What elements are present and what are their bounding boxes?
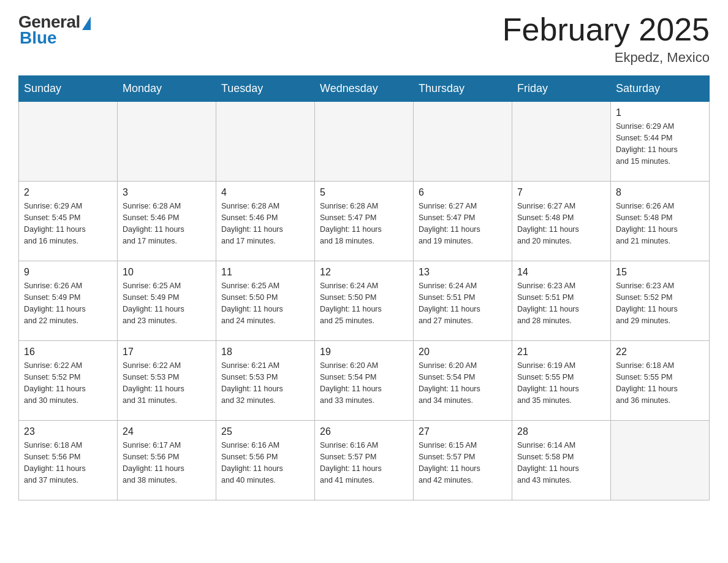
- logo: General Blue: [18, 12, 91, 48]
- day-number: 23: [24, 424, 112, 439]
- day-number: 17: [123, 345, 211, 359]
- table-row: 3Sunrise: 6:28 AMSunset: 5:46 PMDaylight…: [118, 182, 216, 261]
- col-friday: Friday: [512, 76, 611, 102]
- day-number: 7: [517, 185, 605, 199]
- day-number: 2: [24, 185, 112, 199]
- table-row: 5Sunrise: 6:28 AMSunset: 5:47 PMDaylight…: [315, 182, 414, 261]
- table-row: 15Sunrise: 6:23 AMSunset: 5:52 PMDayligh…: [611, 261, 710, 341]
- col-tuesday: Tuesday: [216, 76, 315, 102]
- col-saturday: Saturday: [611, 76, 710, 102]
- table-row: 8Sunrise: 6:26 AMSunset: 5:48 PMDaylight…: [611, 182, 710, 261]
- table-row: 22Sunrise: 6:18 AMSunset: 5:55 PMDayligh…: [611, 341, 710, 421]
- location-subtitle: Ekpedz, Mexico: [502, 50, 710, 66]
- table-row: 26Sunrise: 6:16 AMSunset: 5:57 PMDayligh…: [315, 421, 414, 500]
- table-row: [216, 102, 315, 182]
- day-info: Sunrise: 6:16 AMSunset: 5:57 PMDaylight:…: [320, 440, 408, 486]
- table-row: [512, 102, 611, 182]
- table-row: 23Sunrise: 6:18 AMSunset: 5:56 PMDayligh…: [19, 421, 118, 500]
- table-row: [414, 102, 512, 182]
- day-info: Sunrise: 6:27 AMSunset: 5:47 PMDaylight:…: [419, 201, 507, 247]
- day-info: Sunrise: 6:15 AMSunset: 5:57 PMDaylight:…: [419, 440, 507, 486]
- calendar-week-row: 2Sunrise: 6:29 AMSunset: 5:45 PMDaylight…: [19, 182, 710, 261]
- day-number: 3: [123, 185, 211, 199]
- day-info: Sunrise: 6:21 AMSunset: 5:53 PMDaylight:…: [221, 360, 309, 406]
- calendar-week-row: 1Sunrise: 6:29 AMSunset: 5:44 PMDaylight…: [19, 102, 710, 182]
- table-row: 1Sunrise: 6:29 AMSunset: 5:44 PMDaylight…: [611, 102, 710, 182]
- day-info: Sunrise: 6:28 AMSunset: 5:46 PMDaylight:…: [123, 201, 211, 247]
- day-number: 11: [221, 265, 309, 279]
- day-info: Sunrise: 6:25 AMSunset: 5:50 PMDaylight:…: [221, 280, 309, 326]
- day-number: 12: [320, 265, 408, 279]
- day-number: 4: [221, 185, 309, 199]
- table-row: 4Sunrise: 6:28 AMSunset: 5:46 PMDaylight…: [216, 182, 315, 261]
- day-info: Sunrise: 6:17 AMSunset: 5:56 PMDaylight:…: [123, 440, 211, 486]
- day-number: 13: [419, 265, 507, 279]
- day-number: 5: [320, 185, 408, 199]
- day-info: Sunrise: 6:24 AMSunset: 5:50 PMDaylight:…: [320, 280, 408, 326]
- day-info: Sunrise: 6:19 AMSunset: 5:55 PMDaylight:…: [517, 360, 605, 406]
- table-row: 6Sunrise: 6:27 AMSunset: 5:47 PMDaylight…: [414, 182, 512, 261]
- logo-blue-text: Blue: [18, 28, 57, 48]
- table-row: [611, 421, 710, 500]
- day-info: Sunrise: 6:27 AMSunset: 5:48 PMDaylight:…: [517, 201, 605, 247]
- calendar-table: Sunday Monday Tuesday Wednesday Thursday…: [18, 75, 710, 500]
- table-row: 21Sunrise: 6:19 AMSunset: 5:55 PMDayligh…: [512, 341, 611, 421]
- table-row: 13Sunrise: 6:24 AMSunset: 5:51 PMDayligh…: [414, 261, 512, 341]
- day-number: 8: [616, 185, 704, 199]
- day-number: 16: [24, 345, 112, 359]
- calendar-week-row: 16Sunrise: 6:22 AMSunset: 5:52 PMDayligh…: [19, 341, 710, 421]
- col-thursday: Thursday: [414, 76, 512, 102]
- day-info: Sunrise: 6:23 AMSunset: 5:51 PMDaylight:…: [517, 280, 605, 326]
- day-info: Sunrise: 6:23 AMSunset: 5:52 PMDaylight:…: [616, 280, 704, 326]
- day-info: Sunrise: 6:18 AMSunset: 5:56 PMDaylight:…: [24, 440, 112, 486]
- logo-triangle-icon: [82, 17, 91, 30]
- table-row: 12Sunrise: 6:24 AMSunset: 5:50 PMDayligh…: [315, 261, 414, 341]
- day-info: Sunrise: 6:16 AMSunset: 5:56 PMDaylight:…: [221, 440, 309, 486]
- table-row: [19, 102, 118, 182]
- table-row: 14Sunrise: 6:23 AMSunset: 5:51 PMDayligh…: [512, 261, 611, 341]
- day-number: 26: [320, 424, 408, 439]
- day-number: 20: [419, 345, 507, 359]
- day-info: Sunrise: 6:18 AMSunset: 5:55 PMDaylight:…: [616, 360, 704, 406]
- day-number: 28: [517, 424, 605, 439]
- title-section: February 2025 Ekpedz, Mexico: [502, 12, 710, 66]
- day-number: 18: [221, 345, 309, 359]
- day-number: 21: [517, 345, 605, 359]
- table-row: 28Sunrise: 6:14 AMSunset: 5:58 PMDayligh…: [512, 421, 611, 500]
- day-number: 24: [123, 424, 211, 439]
- calendar-week-row: 9Sunrise: 6:26 AMSunset: 5:49 PMDaylight…: [19, 261, 710, 341]
- table-row: 16Sunrise: 6:22 AMSunset: 5:52 PMDayligh…: [19, 341, 118, 421]
- day-info: Sunrise: 6:25 AMSunset: 5:49 PMDaylight:…: [123, 280, 211, 326]
- day-info: Sunrise: 6:14 AMSunset: 5:58 PMDaylight:…: [517, 440, 605, 486]
- table-row: 9Sunrise: 6:26 AMSunset: 5:49 PMDaylight…: [19, 261, 118, 341]
- day-number: 1: [616, 105, 704, 120]
- table-row: 7Sunrise: 6:27 AMSunset: 5:48 PMDaylight…: [512, 182, 611, 261]
- day-number: 27: [419, 424, 507, 439]
- table-row: 20Sunrise: 6:20 AMSunset: 5:54 PMDayligh…: [414, 341, 512, 421]
- calendar-header-row: Sunday Monday Tuesday Wednesday Thursday…: [19, 76, 710, 102]
- table-row: 17Sunrise: 6:22 AMSunset: 5:53 PMDayligh…: [118, 341, 216, 421]
- day-number: 19: [320, 345, 408, 359]
- col-sunday: Sunday: [19, 76, 118, 102]
- table-row: 19Sunrise: 6:20 AMSunset: 5:54 PMDayligh…: [315, 341, 414, 421]
- table-row: 24Sunrise: 6:17 AMSunset: 5:56 PMDayligh…: [118, 421, 216, 500]
- table-row: [315, 102, 414, 182]
- day-info: Sunrise: 6:20 AMSunset: 5:54 PMDaylight:…: [320, 360, 408, 406]
- table-row: 11Sunrise: 6:25 AMSunset: 5:50 PMDayligh…: [216, 261, 315, 341]
- day-info: Sunrise: 6:29 AMSunset: 5:45 PMDaylight:…: [24, 201, 112, 247]
- day-number: 14: [517, 265, 605, 279]
- page-header: General Blue February 2025 Ekpedz, Mexic…: [18, 12, 710, 66]
- table-row: 27Sunrise: 6:15 AMSunset: 5:57 PMDayligh…: [414, 421, 512, 500]
- day-number: 9: [24, 265, 112, 279]
- col-wednesday: Wednesday: [315, 76, 414, 102]
- day-number: 6: [419, 185, 507, 199]
- day-info: Sunrise: 6:20 AMSunset: 5:54 PMDaylight:…: [419, 360, 507, 406]
- month-title: February 2025: [502, 12, 710, 47]
- day-info: Sunrise: 6:28 AMSunset: 5:47 PMDaylight:…: [320, 201, 408, 247]
- day-number: 22: [616, 345, 704, 359]
- table-row: 2Sunrise: 6:29 AMSunset: 5:45 PMDaylight…: [19, 182, 118, 261]
- col-monday: Monday: [118, 76, 216, 102]
- day-number: 15: [616, 265, 704, 279]
- day-info: Sunrise: 6:29 AMSunset: 5:44 PMDaylight:…: [616, 121, 704, 167]
- calendar-week-row: 23Sunrise: 6:18 AMSunset: 5:56 PMDayligh…: [19, 421, 710, 500]
